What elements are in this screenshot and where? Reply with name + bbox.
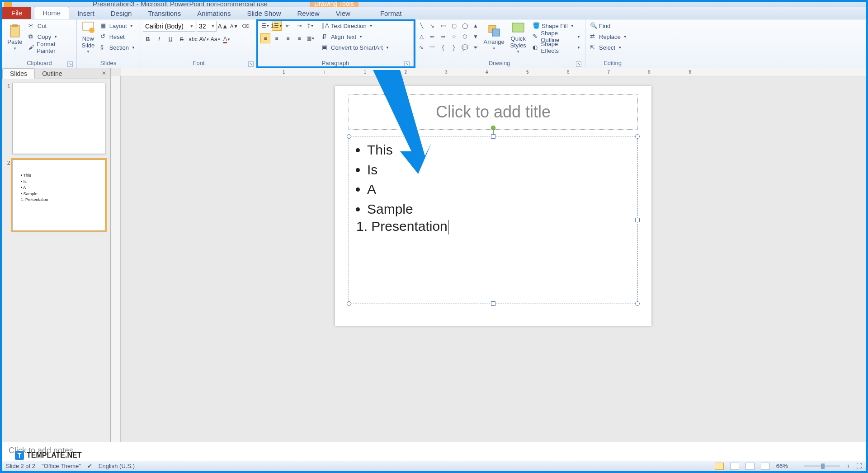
shape-arrow-icon[interactable]: ↘	[427, 21, 437, 31]
resize-handle-ne[interactable]	[635, 134, 640, 139]
bullet-item[interactable]: This	[367, 140, 632, 160]
title-placeholder[interactable]: Click to add title	[349, 94, 638, 130]
resize-handle-s[interactable]	[491, 301, 495, 306]
drawing-dialog-launcher[interactable]: ↘	[576, 61, 581, 67]
change-case-button[interactable]: Aa▼	[211, 34, 221, 44]
shape-effects-button[interactable]: ◐Shape Effects▼	[531, 42, 582, 52]
view-sorter-button[interactable]	[730, 463, 739, 470]
shape-roundrect-icon[interactable]: ▢	[449, 21, 459, 31]
chevron-down-icon[interactable]: ▼	[189, 24, 195, 28]
shape-line-icon[interactable]: ╲	[416, 21, 426, 31]
bullets-button[interactable]: ☰▼	[260, 21, 270, 31]
format-painter-button[interactable]: 🖌Format Painter	[27, 42, 74, 52]
pane-tab-slides[interactable]: Slides	[2, 68, 35, 79]
numbered-item[interactable]: 1. Presentation	[354, 219, 632, 234]
status-language[interactable]: English (U.S.)	[99, 463, 135, 469]
shape-curve-icon[interactable]: ∿	[416, 42, 426, 52]
paragraph-dialog-launcher[interactable]: ↘	[404, 61, 410, 67]
clear-formatting-button[interactable]: ⌫	[241, 21, 250, 31]
zoom-in-button[interactable]: +	[846, 463, 850, 469]
shapes-more-button[interactable]: ⏷	[471, 42, 481, 52]
convert-smartart-button[interactable]: ▣Convert to SmartArt▼	[320, 42, 391, 52]
tab-view[interactable]: View	[328, 8, 359, 19]
character-spacing-button[interactable]: AV▼	[199, 34, 209, 44]
tab-design[interactable]: Design	[103, 8, 140, 19]
layout-button[interactable]: ▦Layout▼	[99, 21, 137, 31]
numbering-button[interactable]: 1☰▼	[272, 21, 282, 31]
tab-home[interactable]: Home	[34, 7, 69, 19]
strikethrough-button[interactable]: S	[177, 34, 187, 44]
app-icon[interactable]	[4, 2, 12, 7]
tab-animations[interactable]: Animations	[189, 8, 239, 19]
align-right-button[interactable]: ≡	[283, 33, 293, 43]
font-name-input[interactable]	[143, 23, 189, 30]
new-slide-button[interactable]: New Slide ▼	[80, 21, 97, 53]
cut-button[interactable]: ✂Cut	[27, 21, 74, 31]
fit-to-window-button[interactable]: ⛶	[856, 463, 862, 469]
shrink-font-button[interactable]: A▼	[229, 21, 239, 31]
shape-triangle-icon[interactable]: △	[416, 32, 426, 42]
zoom-slider[interactable]	[804, 465, 840, 467]
font-size-combo[interactable]: ▼	[197, 21, 217, 32]
font-name-combo[interactable]: ▼	[143, 21, 195, 32]
reset-button[interactable]: ↺Reset	[99, 32, 137, 42]
find-button[interactable]: 🔍Find	[588, 21, 612, 31]
bold-button[interactable]: B	[143, 34, 153, 44]
shape-fill-button[interactable]: 🪣Shape Fill▼	[531, 21, 582, 31]
increase-indent-button[interactable]: ⇥	[294, 21, 304, 31]
tab-review[interactable]: Review	[289, 8, 327, 19]
resize-handle-e[interactable]	[635, 218, 640, 222]
shape-hex-icon[interactable]: ⬡	[460, 32, 470, 42]
resize-handle-se[interactable]	[635, 301, 640, 306]
notes-pane[interactable]: Click to add notes	[2, 442, 866, 461]
resize-handle-nw[interactable]	[347, 134, 351, 139]
thumb-slide-1[interactable]	[12, 83, 105, 154]
grow-font-button[interactable]: A▲	[218, 21, 228, 31]
tab-slideshow[interactable]: Slide Show	[239, 8, 289, 19]
shape-rect-icon[interactable]: ▭	[438, 21, 448, 31]
tab-insert[interactable]: Insert	[69, 8, 103, 19]
section-button[interactable]: §Section▼	[99, 42, 137, 52]
columns-button[interactable]: ▥▼	[306, 33, 316, 43]
text-shadow-button[interactable]: abc	[188, 34, 198, 44]
font-color-button[interactable]: A▼	[222, 34, 232, 44]
replace-button[interactable]: ⇄Replace▼	[588, 32, 629, 42]
file-tab[interactable]: File	[2, 7, 31, 19]
quick-styles-button[interactable]: Quick Styles ▼	[507, 21, 529, 53]
resize-handle-sw[interactable]	[347, 301, 351, 306]
status-zoom[interactable]: 66%	[776, 463, 788, 469]
italic-button[interactable]: I	[154, 34, 164, 44]
bullet-item[interactable]: Is	[367, 160, 632, 180]
line-spacing-button[interactable]: ‡▼	[306, 21, 316, 31]
shapes-gallery[interactable]: ╲ ↘ ▭ ▢ ◯ ▲ △ ⇐ ⇒ ☆ ⬡ ▼ ∿ 〰 { } 💬 ⏷	[416, 21, 481, 52]
font-size-input[interactable]	[197, 23, 210, 30]
content-placeholder[interactable]: This Is A Sample 1. Presentation	[349, 136, 638, 304]
thumb-slide-2[interactable]: • This • Is • A • Sample 1. Presentation	[12, 159, 105, 231]
align-center-button[interactable]: ≡	[272, 33, 282, 43]
zoom-out-button[interactable]: −	[794, 463, 798, 469]
shapes-scroll-down[interactable]: ▼	[471, 32, 481, 42]
view-slideshow-button[interactable]	[761, 463, 770, 470]
shape-star-icon[interactable]: ☆	[449, 32, 459, 42]
bullet-item[interactable]: Sample	[367, 199, 632, 219]
align-text-button[interactable]: ⇵Align Text▼	[320, 32, 391, 42]
text-direction-button[interactable]: ‖AText Direction▼	[320, 21, 391, 31]
arrange-button[interactable]: Arrange ▼	[482, 21, 505, 53]
rotate-handle[interactable]	[491, 126, 495, 130]
paste-button[interactable]: Paste ▼	[5, 21, 25, 53]
shape-outline-button[interactable]: ✎Shape Outline▼	[531, 32, 582, 42]
status-spellcheck-icon[interactable]: ✔	[87, 463, 92, 469]
shapes-scroll-up[interactable]: ▲	[471, 21, 481, 31]
shape-freeform-icon[interactable]: 〰	[427, 42, 437, 52]
justify-button[interactable]: ≡	[294, 33, 304, 43]
copy-button[interactable]: ⧉Copy▼	[27, 32, 74, 42]
font-dialog-launcher[interactable]: ↘	[248, 61, 254, 67]
shape-brace-icon[interactable]: {	[438, 42, 448, 52]
shape-callout-icon[interactable]: 💬	[460, 42, 470, 52]
tab-format[interactable]: Format	[372, 8, 410, 19]
shape-arrowL-icon[interactable]: ⇐	[427, 32, 437, 42]
clipboard-dialog-launcher[interactable]: ↘	[67, 61, 73, 67]
bullet-item[interactable]: A	[367, 179, 632, 199]
pane-close-button[interactable]: ✕	[100, 70, 108, 77]
shape-oval-icon[interactable]: ◯	[460, 21, 470, 31]
